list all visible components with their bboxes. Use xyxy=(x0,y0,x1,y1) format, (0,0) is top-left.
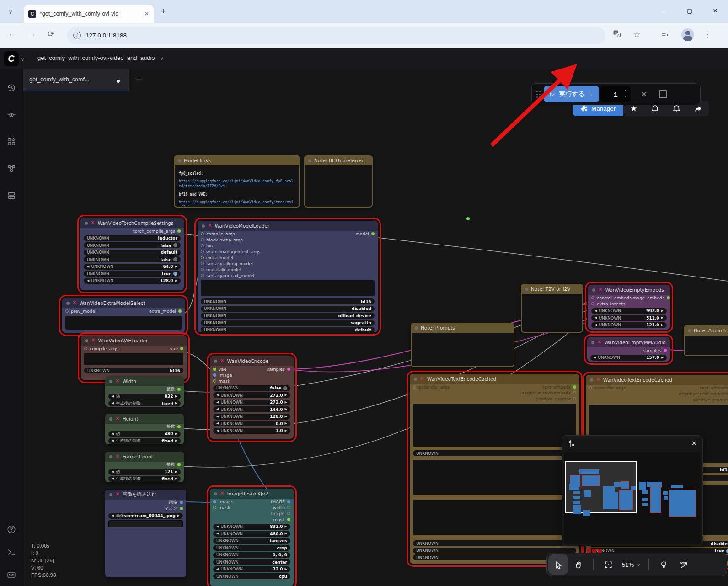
output-dot[interactable] xyxy=(573,397,576,400)
logo-menu-chevron-icon[interactable]: ∨ xyxy=(21,57,24,62)
widget-UNKNOWN[interactable]: UNKNOWN xyxy=(413,540,576,546)
batch-count-stepper[interactable]: ▲▼ xyxy=(624,87,627,100)
widget-UNKNOWN[interactable]: ◀UNKNOWN 128.0▶ xyxy=(213,414,290,420)
node-wanvideo-torch-compile-settings[interactable]: ✕WanVideoTorchCompileSettingstorch_compi… xyxy=(80,218,184,290)
output-slot-width[interactable]: width xyxy=(273,505,290,510)
input-slot-mask[interactable]: mask xyxy=(213,505,230,510)
select-tool-button[interactable] xyxy=(548,554,568,575)
node-title-bar[interactable]: Note: Audio la xyxy=(684,325,728,336)
collapse-dot-icon[interactable] xyxy=(688,329,691,332)
collapse-dot-icon[interactable] xyxy=(109,417,112,421)
widget-値[interactable]: ◀値 832▶ xyxy=(108,394,181,400)
decrement-arrow-icon[interactable]: ◀ xyxy=(216,532,219,535)
node-title-bar[interactable]: ✕WanVideoEmptyEmbeds xyxy=(588,285,670,295)
widget-UNKNOWN[interactable]: UNKNOWN lanczos xyxy=(213,538,290,544)
increment-arrow-icon[interactable]: ▶ xyxy=(285,401,287,404)
widget-UNKNOWN[interactable]: UNKNOWN offload_device xyxy=(201,313,375,319)
widget-UNKNOWN[interactable]: UNKNOWN default xyxy=(84,250,181,256)
output-slot-mask[interactable]: mask xyxy=(273,517,290,522)
node-frame-count-node[interactable]: ✕Frame Count整数 ◀値 121▶ ◀生成後の制御 fixed▶ xyxy=(105,452,184,482)
decrement-arrow-icon[interactable]: ◀ xyxy=(112,439,114,442)
help-icon[interactable] xyxy=(3,521,20,538)
node-wanvideo-empty-mm-audio-latents[interactable]: ✕WanVideoEmptyMMAudioLatentssamples ◀UNK… xyxy=(587,337,670,362)
combo-box-widget[interactable] xyxy=(65,316,182,330)
collapse-dot-icon[interactable] xyxy=(525,288,528,291)
node-title-bar[interactable]: ✕WanVideoEmptyMMAudioLatents xyxy=(587,337,670,347)
output-slot-text_embeds[interactable]: text_embeds xyxy=(543,384,576,389)
translate-icon[interactable]: 文A xyxy=(613,30,621,40)
workflow-tab[interactable]: get_comfy_with_comf... xyxy=(23,69,129,91)
output-slot-整数[interactable]: 整数 xyxy=(166,386,181,392)
widget-UNKNOWN[interactable]: ◀UNKNOWN 32.0▶ xyxy=(213,566,290,572)
node-title-bar[interactable]: ✕Width xyxy=(105,376,184,386)
run-options-chevron-icon[interactable]: ∨ xyxy=(589,92,593,97)
output-dot[interactable] xyxy=(287,368,290,371)
output-dot[interactable] xyxy=(180,347,183,350)
increment-arrow-icon[interactable]: ▶ xyxy=(285,422,287,425)
drag-handle[interactable] xyxy=(535,91,542,98)
address-bar[interactable]: i 127.0.0.1:8188 xyxy=(67,27,605,44)
decrement-arrow-icon[interactable]: ◀ xyxy=(216,408,219,411)
input-dot[interactable] xyxy=(213,379,216,383)
output-slot-画像[interactable]: 画像 xyxy=(169,500,183,506)
decrement-arrow-icon[interactable]: ◀ xyxy=(112,514,114,517)
widget-UNKNOWN[interactable]: UNKNOWN crop xyxy=(213,545,290,551)
output-slot-IMAGE[interactable]: IMAGE xyxy=(271,499,290,504)
widget-生成後の制御[interactable]: ◀生成後の制御 fixed▶ xyxy=(108,476,181,482)
node-title-bar[interactable]: ✕ImageResizeKJv2 xyxy=(210,489,294,499)
node-title-bar[interactable]: ✕WanVideoExtraModelSelect xyxy=(62,298,185,308)
widget-UNKNOWN[interactable]: ◀UNKNOWN 157.0▶ xyxy=(590,355,667,361)
input-dot[interactable] xyxy=(213,368,216,371)
decrement-arrow-icon[interactable]: ◀ xyxy=(87,279,89,282)
increment-arrow-icon[interactable]: ▶ xyxy=(285,525,287,528)
output-slot-vae[interactable]: vae xyxy=(170,346,183,351)
input-slot-extender_args[interactable]: extender_args xyxy=(413,384,450,389)
node-wanvideo-text-encode-cached-left[interactable]: ✕WanVideoTextEncodeCachedextender_argste… xyxy=(410,374,579,564)
widget-UNKNOWN[interactable]: ◀UNKNOWN 0.0▶ xyxy=(213,421,290,426)
stop-icon[interactable] xyxy=(659,90,667,98)
reload-icon[interactable]: ⟳ xyxy=(48,29,54,39)
browser-tab[interactable]: C *get_comfy_with_comfy-ovi-vid ✕ xyxy=(24,5,154,23)
note-body[interactable] xyxy=(686,337,727,354)
node-wanvideo-extra-model-select[interactable]: ✕WanVideoExtraModelSelectprev_modelextra… xyxy=(62,298,185,333)
widget-値[interactable]: ◀値 121▶ xyxy=(108,469,181,475)
workflows-icon[interactable] xyxy=(3,160,20,177)
increment-arrow-icon[interactable]: ▶ xyxy=(175,470,177,474)
output-slot-positive_prompt[interactable]: positive_prompt xyxy=(535,396,576,401)
collapse-dot-icon[interactable] xyxy=(308,159,311,162)
textarea-widget[interactable] xyxy=(413,460,576,495)
close-window-button[interactable]: ✕ xyxy=(702,0,728,23)
widget-UNKNOWN[interactable]: UNKNOWN inductor xyxy=(84,235,181,241)
collapse-dot-icon[interactable] xyxy=(590,378,593,382)
node-wanvideo-vae-loader[interactable]: ✕WanVideoVAELoadercompile_argsvae UNKNOW… xyxy=(81,336,187,380)
node-connections-icon[interactable] xyxy=(3,107,20,123)
input-slot-multitalk_model[interactable]: multitalk_model xyxy=(201,267,241,272)
new-tab-button[interactable]: + xyxy=(161,7,166,16)
widget-UNKNOWN[interactable]: ◀UNKNOWN 128.0▶ xyxy=(84,278,181,284)
node-title-bar[interactable]: ✕WanVideoModelLoader xyxy=(198,221,378,231)
toggle-knob-icon[interactable] xyxy=(283,386,287,390)
input-slot-mask[interactable]: mask xyxy=(213,378,230,384)
batch-count-input[interactable]: 1 ▲▼ xyxy=(600,86,631,102)
output-slot-height[interactable]: height xyxy=(271,511,290,516)
new-workflow-button[interactable]: + xyxy=(136,75,142,85)
collapse-dot-icon[interactable] xyxy=(109,455,112,458)
widget-UNKNOWN[interactable]: ◀UNKNOWN 121.0▶ xyxy=(591,322,667,328)
node-title-bar[interactable]: ✕画像を読み込む xyxy=(105,490,186,500)
widget-生成後の制御[interactable]: ◀生成後の制御 fixed▶ xyxy=(108,438,181,444)
terminal-icon[interactable] xyxy=(3,544,20,560)
decrement-arrow-icon[interactable]: ◀ xyxy=(112,395,114,398)
collapse-dot-icon[interactable] xyxy=(591,341,594,344)
node-wanvideo-model-loader[interactable]: ✕WanVideoModelLoadercompile_argsmodelblo… xyxy=(198,221,378,332)
upload-button[interactable] xyxy=(108,520,183,527)
widget-UNKNOWN[interactable]: UNKNOWN false xyxy=(84,256,181,262)
back-icon[interactable]: ← xyxy=(8,29,16,38)
node-title-bar[interactable]: ✕WanVideoTextEncodeCached xyxy=(410,374,579,384)
input-slot-extra_latents[interactable]: extra_latents xyxy=(591,301,625,306)
node-title-bar[interactable]: ✕WanVideoTextEncodeCached xyxy=(586,375,728,385)
node-title-bar[interactable]: ✕Frame Count xyxy=(105,452,184,462)
decrement-arrow-icon[interactable]: ◀ xyxy=(112,470,114,474)
reroute-dot[interactable] xyxy=(466,217,470,220)
output-slot-extra_model[interactable]: extra_model xyxy=(149,309,182,314)
collapse-dot-icon[interactable] xyxy=(85,222,88,225)
